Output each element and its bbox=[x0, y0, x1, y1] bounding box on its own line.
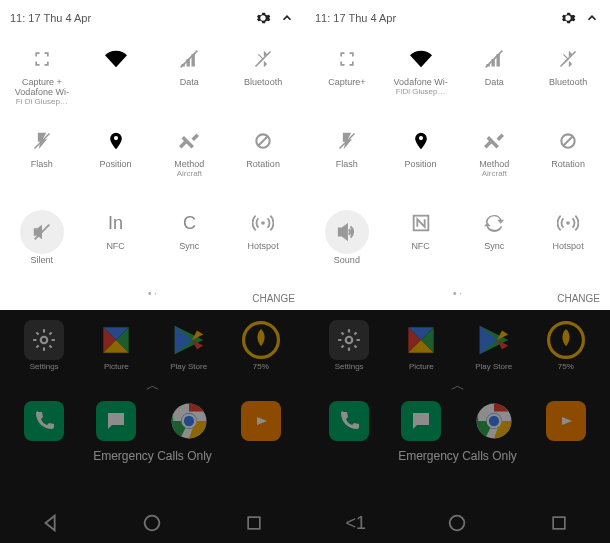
qs-tile-method[interactable]: Method Aircraft bbox=[458, 128, 532, 192]
tile-label: Data bbox=[180, 78, 199, 88]
signal-icon bbox=[176, 46, 202, 72]
qs-tile-nfc[interactable]: In NFC bbox=[79, 210, 153, 274]
dock-phone[interactable] bbox=[322, 401, 376, 441]
qs-tile-sync[interactable]: C Sync bbox=[153, 210, 227, 274]
status-bar: 11: 17 Thu 4 Apr bbox=[0, 0, 305, 36]
qs-tile-capture-wifi[interactable]: Capture + Vodafone Wi- Fi Di Giusep… bbox=[5, 46, 79, 110]
nav-recent-square[interactable] bbox=[239, 508, 269, 538]
tile-label: Sync bbox=[484, 242, 504, 252]
qs-tile-data[interactable]: Data bbox=[153, 46, 227, 110]
sync-text-icon: C bbox=[176, 210, 202, 236]
nav-recent-square[interactable] bbox=[544, 508, 574, 538]
settings-icon[interactable] bbox=[255, 10, 271, 26]
app-label: Play Store bbox=[475, 362, 512, 371]
expand-icon bbox=[334, 46, 360, 72]
tile-sublabel: FiDi Giusep… bbox=[396, 88, 446, 97]
status-bar: 11: 17 Thu 4 Apr bbox=[305, 0, 610, 36]
qs-tile-flash[interactable]: Flash bbox=[5, 128, 79, 192]
tools-icon bbox=[481, 128, 507, 154]
app-photos[interactable]: Picture bbox=[89, 320, 143, 371]
app-playstore[interactable]: Play Store bbox=[467, 320, 521, 371]
edit-button[interactable]: CHANGE bbox=[252, 293, 295, 304]
qs-tile-wifi2[interactable]: Vodafone Wi- FiDi Giusep… bbox=[384, 46, 458, 110]
navigation-bar: <1 bbox=[305, 503, 610, 543]
qs-tile-nfc[interactable]: NFC bbox=[384, 210, 458, 274]
settings-icon[interactable] bbox=[560, 10, 576, 26]
app-settings[interactable]: Settings bbox=[322, 320, 376, 371]
home-screen: Settings Picture Play Store 75% ︿ Emerge… bbox=[305, 310, 610, 543]
qs-tile-position[interactable]: Position bbox=[79, 128, 153, 192]
emergency-text: Emergency Calls Only bbox=[305, 449, 610, 463]
collapse-icon[interactable] bbox=[279, 10, 295, 26]
app-playstore[interactable]: Play Store bbox=[162, 320, 216, 371]
svg-point-22 bbox=[346, 337, 353, 344]
dock-chrome[interactable] bbox=[162, 401, 216, 441]
app-settings[interactable]: Settings bbox=[17, 320, 71, 371]
mute-icon bbox=[20, 210, 64, 254]
nav-back-tri[interactable] bbox=[36, 508, 66, 538]
rotation-icon bbox=[555, 128, 581, 154]
svg-point-28 bbox=[450, 516, 465, 531]
dock-phone[interactable] bbox=[17, 401, 71, 441]
qs-tile-data[interactable]: Data bbox=[458, 46, 532, 110]
tile-label: Hotspot bbox=[553, 242, 584, 252]
hotspot-icon bbox=[555, 210, 581, 236]
dock-music[interactable] bbox=[539, 401, 593, 441]
emergency-text: Emergency Calls Only bbox=[0, 449, 305, 463]
qs-tile-bluetooth[interactable]: Bluetooth bbox=[226, 46, 300, 110]
qs-tile-capture[interactable]: Capture+ bbox=[310, 46, 384, 110]
qs-tile-rotation[interactable]: Rotation bbox=[531, 128, 605, 192]
qs-tile-method[interactable]: Method Aircraft bbox=[153, 128, 227, 192]
nav-back-num[interactable]: <1 bbox=[341, 508, 371, 538]
dock-messages[interactable] bbox=[394, 401, 448, 441]
app-drawer-caret[interactable]: ︿ bbox=[0, 377, 305, 395]
app-label: Picture bbox=[104, 362, 129, 371]
tile-label: Position bbox=[100, 160, 132, 170]
tile-sublabel: Aircraft bbox=[482, 170, 507, 179]
wifi-icon bbox=[408, 46, 434, 72]
qs-tile-silent[interactable]: Silent bbox=[5, 210, 79, 274]
qs-tile-flash[interactable]: Flash bbox=[310, 128, 384, 192]
app-label: Play Store bbox=[170, 362, 207, 371]
signal-icon bbox=[481, 46, 507, 72]
app-photos[interactable]: Picture bbox=[394, 320, 448, 371]
dock-music[interactable] bbox=[234, 401, 288, 441]
dock-chrome[interactable] bbox=[467, 401, 521, 441]
tile-label: Capture + Vodafone Wi- bbox=[8, 78, 76, 98]
app-drawer-caret[interactable]: ︿ bbox=[305, 377, 610, 395]
qs-tile-sound[interactable]: Sound bbox=[310, 210, 384, 274]
nav-home-circle[interactable] bbox=[442, 508, 472, 538]
svg-point-6 bbox=[261, 221, 265, 225]
bluetooth-icon bbox=[555, 46, 581, 72]
app-boost[interactable]: 75% bbox=[234, 320, 288, 371]
svg-line-16 bbox=[561, 52, 576, 67]
home-screen: Settings Picture Play Store 75% ︿ Emerge… bbox=[0, 310, 305, 543]
tile-label: Method bbox=[479, 160, 509, 170]
tile-label: Sound bbox=[334, 256, 360, 266]
qs-tile-position[interactable]: Position bbox=[384, 128, 458, 192]
nav-home-circle[interactable] bbox=[137, 508, 167, 538]
svg-point-11 bbox=[182, 415, 195, 428]
qs-tile-hotspot[interactable]: Hotspot bbox=[531, 210, 605, 274]
collapse-icon[interactable] bbox=[584, 10, 600, 26]
svg-rect-29 bbox=[553, 517, 565, 529]
edit-button[interactable]: CHANGE bbox=[557, 293, 600, 304]
nfc-text-icon: In bbox=[103, 210, 129, 236]
qs-tile-hotspot[interactable]: Hotspot bbox=[226, 210, 300, 274]
speaker-icon bbox=[325, 210, 369, 254]
tile-label: Sync bbox=[179, 242, 199, 252]
tile-label: Bluetooth bbox=[549, 78, 587, 88]
qs-tile-wifi[interactable] bbox=[79, 46, 153, 110]
qs-tile-rotation[interactable]: Rotation bbox=[226, 128, 300, 192]
dock-messages[interactable] bbox=[89, 401, 143, 441]
sync-icon bbox=[481, 210, 507, 236]
qs-tile-sync[interactable]: Sync bbox=[458, 210, 532, 274]
qs-tile-bluetooth[interactable]: Bluetooth bbox=[531, 46, 605, 110]
app-label: 75% bbox=[253, 362, 269, 371]
bluetooth-icon bbox=[250, 46, 276, 72]
quick-settings-panel: 11: 17 Thu 4 Apr Capture + Vodafone Wi- … bbox=[0, 0, 305, 310]
app-boost[interactable]: 75% bbox=[539, 320, 593, 371]
tile-label: Rotation bbox=[551, 160, 585, 170]
app-row: Settings Picture Play Store 75% bbox=[305, 310, 610, 371]
svg-point-13 bbox=[145, 516, 160, 531]
